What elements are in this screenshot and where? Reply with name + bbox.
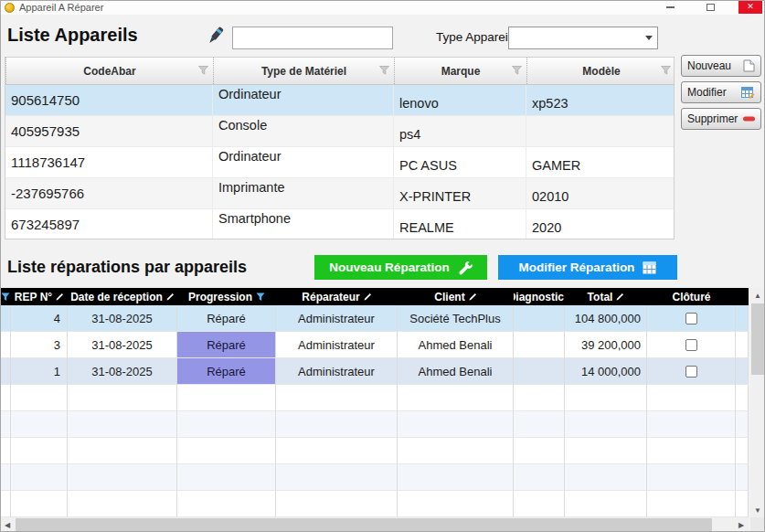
col-type-materiel[interactable]: Type de Matériel [213,58,394,84]
cell-marque[interactable]: REALME [394,209,526,239]
col-filler [736,288,749,305]
repair-row[interactable]: 1 31-08-2025 Réparé Administrateur Ahmed… [0,358,749,385]
cell-rep-num[interactable]: 1 [11,358,68,385]
cell-total[interactable]: 14 000,000 [565,358,647,385]
col-cloture[interactable]: Clôturé [647,288,736,305]
col-rep-num[interactable]: REP N° [11,288,68,305]
devices-row[interactable]: 673245897 Smartphone REALME 2020 [5,209,674,239]
grid-cell [68,464,177,491]
col-date-reception[interactable]: Date de réception [68,288,177,305]
devices-table: CodeAbar Type de Matériel Marque Modèle … [5,57,675,239]
col-progression[interactable]: Progression [177,288,276,305]
devices-row[interactable]: 1118736147 Ordinateur PC ASUS GAMER [5,147,674,178]
col-codeabar[interactable]: CodeAbar [5,58,213,84]
cell-date[interactable]: 31-08-2025 [68,332,177,358]
pen-icon [364,293,372,301]
cell-type[interactable]: Console [213,116,394,146]
cell-modele[interactable]: 2020 [526,209,675,239]
cell-progression[interactable]: Réparé [177,358,276,385]
cell-type[interactable]: Imprimante [213,178,394,208]
pen-icon [166,293,175,301]
cell-modele[interactable]: 02010 [526,178,675,208]
cell-date[interactable]: 31-08-2025 [68,358,177,385]
nouveau-reparation-button[interactable]: Nouveau Réparation [314,255,487,280]
cell-rep-num[interactable]: 3 [11,332,68,358]
cell-diagnostic[interactable] [514,332,565,358]
col-marque[interactable]: Marque [394,58,526,84]
repair-row[interactable]: 3 31-08-2025 Réparé Administrateur Ahmed… [0,332,749,358]
cell-marque[interactable]: PC ASUS [394,147,526,177]
col-modele[interactable]: Modèle [526,58,675,84]
scroll-right-icon[interactable]: ▶ [734,517,749,532]
cell-rep-num[interactable]: 4 [11,305,68,332]
cell-diagnostic[interactable] [514,358,565,385]
cell-modele[interactable] [526,116,675,146]
cell-type[interactable]: Ordinateur [213,147,394,177]
nouveau-button[interactable]: Nouveau [681,55,761,77]
barcode-input[interactable] [232,27,393,49]
modifier-button[interactable]: Modifier [681,81,761,103]
cell-date[interactable]: 31-08-2025 [68,305,177,332]
devices-row[interactable]: 905614750 Ordinateur lenovo xp523 [5,85,674,116]
modifier-reparation-button[interactable]: Modifier Réparation [498,255,677,280]
scroll-down-icon[interactable]: ▼ [750,503,765,517]
minimize-icon [666,6,675,8]
grid-cell [736,385,749,411]
empty-row [0,438,749,464]
horizontal-scrollbar[interactable]: ◀ ▶ [0,517,749,532]
grid-filter-button[interactable] [0,288,11,305]
horizontal-scroll-thumb[interactable] [16,518,712,531]
col-client[interactable]: Client [398,288,514,305]
window-controls: ✕ [658,0,762,14]
grid-cell [398,438,514,464]
cell-marque[interactable]: X-PRINTER [394,178,526,208]
vertical-scrollbar[interactable]: ▲ ▼ [750,288,765,517]
empty-row [0,385,749,411]
cell-client[interactable]: Ahmed Benali [398,332,514,358]
cell-marque[interactable]: lenovo [394,85,526,115]
cell-progression[interactable]: Réparé [177,305,276,332]
cell-codeabar[interactable]: -237695766 [5,178,213,208]
cell-codeabar[interactable]: 405957935 [5,116,213,146]
type-appareil-select[interactable] [508,27,658,49]
cell-codeabar[interactable]: 1118736147 [5,147,213,177]
scroll-left-icon[interactable]: ◀ [0,517,15,532]
col-diagnostic[interactable]: Diagnostic [514,288,565,305]
cell-codeabar[interactable]: 673245897 [5,209,213,239]
cell-reparateur[interactable]: Administrateur [276,305,398,332]
grid-cell [647,438,736,464]
cell-client[interactable]: Ahmed Benali [398,358,514,385]
grid-cell [514,491,565,517]
cell-marque[interactable]: ps4 [394,116,526,146]
grid-cell [11,464,68,491]
cell-type[interactable]: Smartphone [213,209,394,239]
maximize-button[interactable] [698,0,722,14]
cell-total[interactable]: 104 800,000 [565,305,647,332]
cloture-checkbox[interactable] [685,339,697,351]
cell-reparateur[interactable]: Administrateur [276,332,398,358]
col-total[interactable]: Total [565,288,647,305]
devices-row[interactable]: 405957935 Console ps4 [5,116,674,147]
cloture-checkbox[interactable] [685,366,697,378]
cell-codeabar[interactable]: 905614750 [5,85,213,115]
repair-row[interactable]: 4 31-08-2025 Réparé Administrateur Socié… [0,305,749,332]
cell-reparateur[interactable]: Administrateur [276,358,398,385]
cell-client[interactable]: Société TechPlus [398,305,514,332]
cell-diagnostic[interactable] [514,305,565,332]
cell-type[interactable]: Ordinateur [213,85,394,115]
cloture-checkbox[interactable] [685,313,697,325]
cell-total[interactable]: 39 200,000 [565,332,647,358]
vertical-scroll-thumb[interactable] [751,303,764,375]
minimize-button[interactable] [658,0,682,14]
col-label: Type de Matériel [261,65,346,78]
scroll-up-icon[interactable]: ▲ [750,288,765,303]
cell-modele[interactable]: GAMER [526,147,675,177]
cell-progression[interactable]: Réparé [177,332,276,358]
devices-row[interactable]: -237695766 Imprimante X-PRINTER 02010 [5,178,674,209]
col-reparateur[interactable]: Réparateur [276,288,398,305]
supprimer-button[interactable]: Supprimer [681,108,761,130]
close-button[interactable]: ✕ [738,0,762,14]
filter-icon [1,293,10,302]
grid-cell [0,491,11,517]
cell-modele[interactable]: xp523 [526,85,675,115]
